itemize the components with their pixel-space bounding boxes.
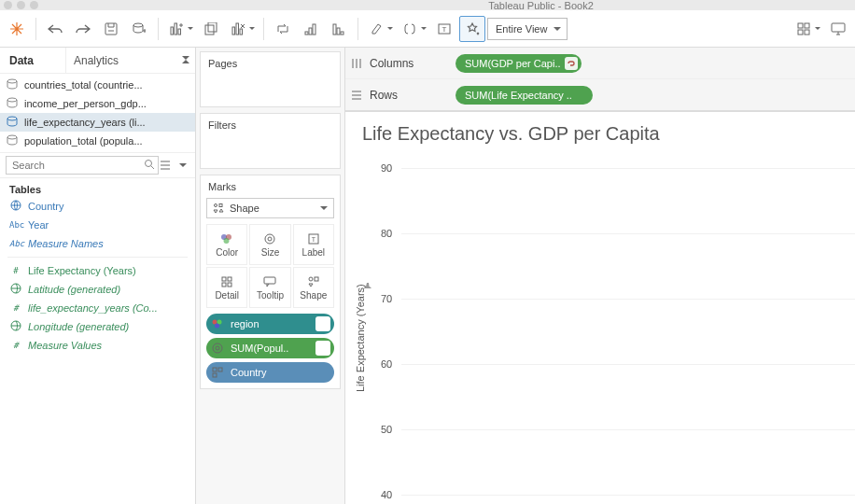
svg-rect-43 xyxy=(228,283,231,287)
undo-icon[interactable] xyxy=(42,16,68,42)
columns-pill[interactable]: SUM(GDP per Capi.. xyxy=(456,54,582,73)
labels-icon[interactable]: T xyxy=(431,16,457,42)
gridline xyxy=(401,299,855,300)
save-icon[interactable] xyxy=(98,16,124,42)
field-measure[interactable]: Longitude (generated) xyxy=(0,317,195,336)
marks-tooltip-button[interactable]: Tooltip xyxy=(249,267,290,308)
svg-point-37 xyxy=(268,237,272,241)
detail-encoding-icon xyxy=(208,363,227,382)
y-tick: 40 xyxy=(381,489,392,500)
shelves: Columns SUM(GDP per Capi.. Rows SUM(Life… xyxy=(345,48,855,112)
marks-label-button[interactable]: T Label xyxy=(293,224,334,265)
new-datasource-icon[interactable] xyxy=(126,16,152,42)
tab-data[interactable]: Data xyxy=(0,48,65,73)
gridline xyxy=(401,429,855,430)
svg-rect-10 xyxy=(305,32,308,35)
pill-link-icon[interactable] xyxy=(565,57,578,70)
svg-point-45 xyxy=(309,277,313,281)
highlight-icon[interactable] xyxy=(364,16,396,42)
svg-rect-4 xyxy=(178,29,181,35)
pages-card[interactable]: Pages xyxy=(200,51,341,107)
marks-color-button[interactable]: Color xyxy=(206,224,247,265)
svg-rect-32 xyxy=(219,204,222,207)
marks-detail-button[interactable]: Detail xyxy=(206,267,247,308)
field-measure[interactable]: # Measure Values xyxy=(0,336,195,355)
window-controls xyxy=(4,1,38,9)
svg-point-1 xyxy=(133,23,143,27)
svg-rect-14 xyxy=(337,28,340,35)
svg-point-23 xyxy=(7,79,17,83)
svg-rect-54 xyxy=(213,373,217,377)
size-encoding-icon xyxy=(208,339,227,357)
filters-label: Filters xyxy=(201,114,340,136)
field-list-view-icon[interactable] xyxy=(159,157,173,174)
close-window-dot[interactable] xyxy=(4,1,12,9)
datasource-item[interactable]: population_total (popula... xyxy=(0,132,195,150)
y-axis-label: Life Expectancy (Years) xyxy=(355,284,366,392)
sort-desc-icon[interactable] xyxy=(326,16,352,42)
svg-rect-46 xyxy=(315,277,318,281)
marks-size-button[interactable]: Size xyxy=(249,224,290,265)
toolbar: T Entire View xyxy=(0,10,855,48)
columns-shelf[interactable]: Columns SUM(GDP per Capi.. xyxy=(345,48,855,79)
swap-axes-icon[interactable] xyxy=(270,16,296,42)
field-list-menu-icon[interactable] xyxy=(176,157,190,174)
svg-rect-22 xyxy=(832,23,845,32)
globe-icon xyxy=(9,320,22,333)
tab-analytics[interactable]: Analytics xyxy=(65,48,195,73)
y-tick: 60 xyxy=(381,358,392,370)
marks-card: Marks Shape Color Size T Label xyxy=(200,175,341,389)
datasource-item[interactable]: income_per_person_gdp... xyxy=(0,94,195,113)
svg-point-51 xyxy=(216,346,219,350)
show-me-icon[interactable] xyxy=(792,16,823,42)
svg-point-31 xyxy=(215,204,217,207)
field-dimension[interactable]: Abc Measure Names xyxy=(0,234,195,253)
zoom-window-dot[interactable] xyxy=(30,1,38,9)
svg-rect-21 xyxy=(805,30,809,35)
minimize-window-dot[interactable] xyxy=(17,1,25,9)
svg-rect-13 xyxy=(333,24,336,35)
field-measure[interactable]: # Life Expectancy (Years) xyxy=(0,261,195,280)
pill-link-icon[interactable] xyxy=(315,316,330,331)
fix-axes-icon[interactable] xyxy=(459,16,485,42)
datasource-item-selected[interactable]: life_expectancy_years (li... xyxy=(0,113,195,132)
search-input[interactable] xyxy=(6,156,159,175)
clear-sheet-icon[interactable] xyxy=(226,16,258,42)
field-dimension[interactable]: Country xyxy=(0,197,195,216)
marks-shape-button[interactable]: Shape xyxy=(293,267,334,308)
rows-shelf[interactable]: Rows SUM(Life Expectancy .. xyxy=(345,79,855,111)
field-measure[interactable]: Latitude (generated) xyxy=(0,280,195,299)
datasource-item[interactable]: countries_total (countrie... xyxy=(0,76,195,94)
redo-icon[interactable] xyxy=(70,16,96,42)
field-measure[interactable]: # life_expectancy_years (Co... xyxy=(0,299,195,317)
svg-point-26 xyxy=(7,135,17,139)
new-sheet-icon[interactable] xyxy=(164,16,196,42)
svg-rect-2 xyxy=(171,27,174,35)
pill-link-icon[interactable] xyxy=(315,341,330,356)
svg-rect-44 xyxy=(264,277,275,284)
field-dimension[interactable]: Abc Year xyxy=(0,216,195,234)
svg-point-36 xyxy=(265,234,274,244)
duplicate-sheet-icon[interactable] xyxy=(198,16,224,42)
fit-selector[interactable]: Entire View xyxy=(487,18,568,40)
mark-type-selector[interactable]: Shape xyxy=(206,198,334,218)
window-title: Tableau Public - Book2 xyxy=(231,0,851,11)
svg-rect-8 xyxy=(236,23,239,35)
columns-label: Columns xyxy=(370,57,413,70)
sort-asc-icon[interactable] xyxy=(298,16,324,42)
rows-pill[interactable]: SUM(Life Expectancy .. xyxy=(456,86,593,105)
mark-pill-region[interactable]: region xyxy=(206,314,334,334)
group-icon[interactable] xyxy=(398,16,429,42)
datasource-list: countries_total (countrie... income_per_… xyxy=(0,74,195,152)
viz-canvas[interactable]: Life Expectancy vs. GDP per Capita Life … xyxy=(345,112,855,504)
viz-title[interactable]: Life Expectancy vs. GDP per Capita xyxy=(345,112,855,152)
svg-rect-20 xyxy=(798,30,803,35)
gridline xyxy=(401,364,855,365)
mark-pill-country[interactable]: Country xyxy=(206,362,334,383)
gridline xyxy=(401,233,855,234)
presentation-mode-icon[interactable] xyxy=(825,16,851,42)
tableau-logo-icon[interactable] xyxy=(4,16,30,42)
filters-card[interactable]: Filters xyxy=(200,113,341,169)
svg-rect-40 xyxy=(222,277,226,281)
mark-pill-population[interactable]: SUM(Popul.. xyxy=(206,338,334,358)
